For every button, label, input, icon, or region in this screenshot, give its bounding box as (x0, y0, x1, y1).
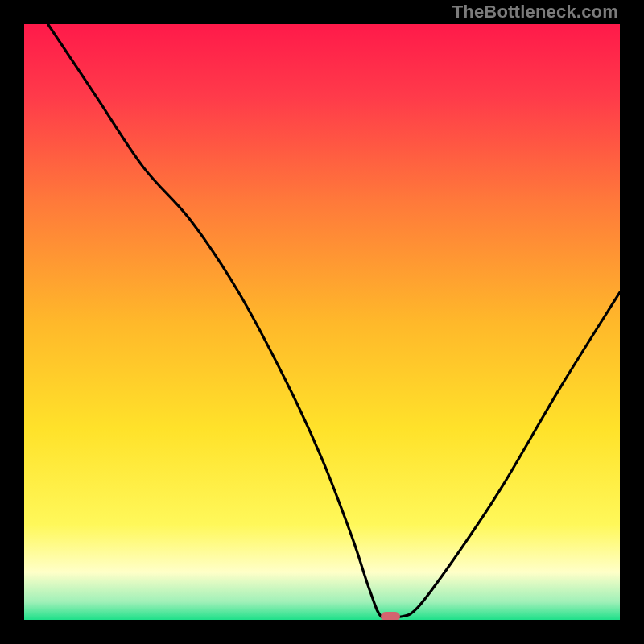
plot-area (24, 24, 620, 620)
optimal-marker (381, 612, 400, 620)
chart-frame: { "watermark": "TheBottleneck.com", "col… (0, 0, 644, 644)
bottleneck-curve (24, 24, 620, 620)
watermark-text: TheBottleneck.com (452, 2, 618, 23)
